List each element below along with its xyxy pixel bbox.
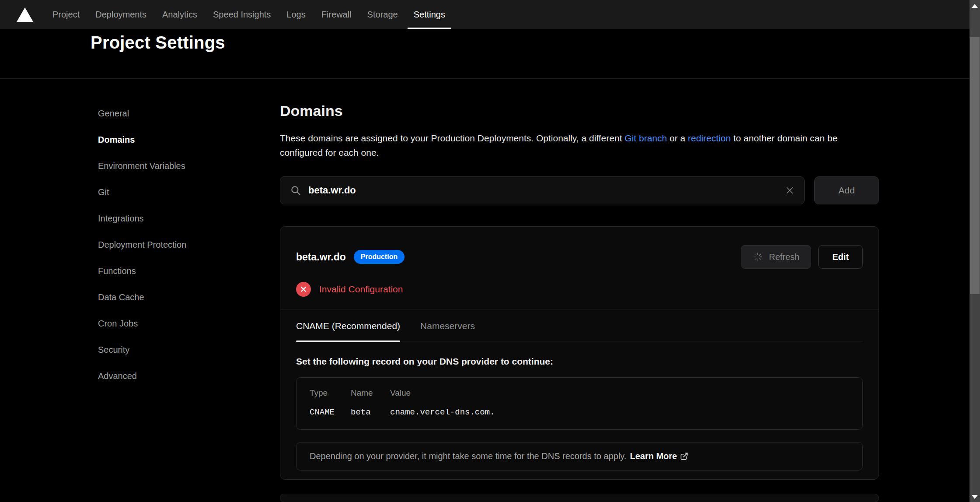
app-window: Project Deployments Analytics Speed Insi…: [0, 0, 970, 502]
production-badge: Production: [354, 250, 405, 264]
tab-nameservers[interactable]: Nameservers: [420, 321, 475, 341]
redirection-link[interactable]: redirection: [688, 133, 731, 143]
record-header-value: Value: [390, 388, 849, 398]
domain-search-box[interactable]: [280, 176, 805, 204]
dns-note: Depending on your provider, it might tak…: [296, 442, 863, 470]
external-link-icon: [680, 452, 688, 460]
vercel-logo[interactable]: [17, 0, 33, 29]
domain-search-input[interactable]: [308, 185, 778, 196]
status-text: Invalid Configuration: [319, 284, 403, 295]
git-branch-link[interactable]: Git branch: [624, 133, 667, 143]
nav-item-settings[interactable]: Settings: [406, 0, 453, 29]
edit-button[interactable]: Edit: [818, 245, 863, 269]
nav-item-deployments[interactable]: Deployments: [87, 0, 154, 29]
record-header-type: Type: [310, 388, 351, 398]
scrollbar-up-arrow-icon[interactable]: [972, 4, 978, 8]
sidebar-item-integrations[interactable]: Integrations: [98, 213, 280, 224]
domains-section: Domains These domains are assigned to yo…: [280, 79, 879, 502]
refresh-button[interactable]: Refresh: [741, 245, 811, 269]
domain-status-row: Invalid Configuration: [280, 269, 879, 309]
domain-card-header: beta.wr.do Production: [280, 227, 879, 269]
dns-config-section: CNAME (Recommended) Nameservers Set the …: [280, 309, 879, 470]
nav-item-speed-insights[interactable]: Speed Insights: [205, 0, 279, 29]
nav-item-logs[interactable]: Logs: [279, 0, 313, 29]
vercel-triangle-icon: [17, 7, 33, 22]
learn-more-link[interactable]: Learn More: [630, 451, 688, 461]
domain-identity: beta.wr.do Production: [296, 250, 405, 264]
sidebar-item-git[interactable]: Git: [98, 186, 280, 198]
domain-name: beta.wr.do: [296, 251, 346, 263]
record-value-name: beta: [351, 407, 390, 417]
description-text-1: These domains are assigned to your Produ…: [280, 133, 624, 143]
sidebar-item-data-cache[interactable]: Data Cache: [98, 291, 280, 303]
vertical-scrollbar[interactable]: [970, 0, 980, 502]
description-text-2: or a: [667, 133, 688, 143]
search-icon: [290, 185, 301, 196]
nav-item-storage[interactable]: Storage: [359, 0, 406, 29]
dns-tabs: CNAME (Recommended) Nameservers: [296, 321, 863, 341]
next-domain-card-stub: [280, 494, 879, 502]
record-header-name: Name: [351, 388, 390, 398]
sidebar-item-security[interactable]: Security: [98, 344, 280, 355]
sidebar-item-general[interactable]: General: [98, 108, 280, 119]
section-title: Domains: [280, 102, 879, 119]
domain-add-row: Add: [280, 176, 879, 204]
top-nav: Project Deployments Analytics Speed Insi…: [0, 0, 970, 29]
settings-sidebar: General Domains Environment Variables Gi…: [98, 79, 280, 502]
domain-actions: Refresh Edit: [741, 245, 863, 269]
scrollbar-down-arrow-icon[interactable]: [972, 495, 978, 499]
learn-more-label: Learn More: [630, 451, 677, 461]
sidebar-item-functions[interactable]: Functions: [98, 265, 280, 277]
sidebar-item-deployment-protection[interactable]: Deployment Protection: [98, 239, 280, 250]
content-area: General Domains Environment Variables Gi…: [0, 79, 970, 502]
sidebar-item-domains[interactable]: Domains: [98, 134, 280, 145]
page-title: Project Settings: [91, 32, 970, 53]
spinner-icon: [753, 252, 763, 262]
section-description: These domains are assigned to your Produ…: [280, 131, 868, 160]
nav-item-project[interactable]: Project: [45, 0, 87, 29]
record-value-value: cname.vercel-dns.com.: [390, 407, 849, 417]
sidebar-item-environment-variables[interactable]: Environment Variables: [98, 160, 280, 172]
dns-record-table: Type Name Value CNAME beta cname.vercel-…: [296, 377, 863, 430]
tab-cname-recommended[interactable]: CNAME (Recommended): [296, 321, 400, 341]
domain-card: beta.wr.do Production: [280, 226, 879, 480]
nav-item-firewall[interactable]: Firewall: [314, 0, 359, 29]
clear-icon[interactable]: [785, 186, 795, 195]
scrollbar-thumb[interactable]: [970, 37, 980, 294]
sidebar-item-advanced[interactable]: Advanced: [98, 370, 280, 382]
add-domain-button[interactable]: Add: [814, 176, 879, 204]
note-text: Depending on your provider, it might tak…: [310, 451, 626, 461]
page-header: Project Settings: [0, 29, 970, 79]
sidebar-item-cron-jobs[interactable]: Cron Jobs: [98, 318, 280, 329]
refresh-label: Refresh: [769, 252, 799, 262]
error-icon: [296, 282, 311, 297]
nav-item-analytics[interactable]: Analytics: [154, 0, 205, 29]
dns-instruction: Set the following record on your DNS pro…: [296, 356, 863, 367]
record-value-type: CNAME: [310, 407, 351, 417]
